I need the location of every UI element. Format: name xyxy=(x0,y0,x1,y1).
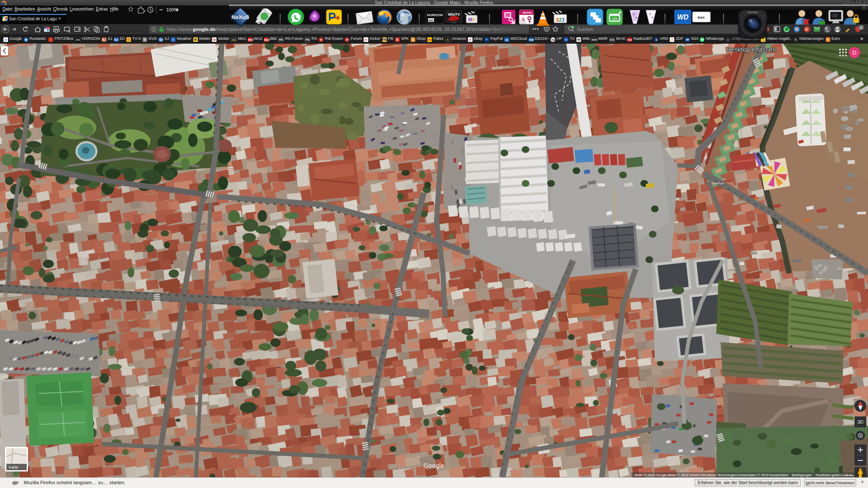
svg-text:MV: MV xyxy=(468,17,476,22)
svg-text:D: D xyxy=(852,50,856,56)
svg-text:Google: Google xyxy=(423,462,445,469)
svg-text:NeXuS: NeXuS xyxy=(231,14,249,20)
svg-text:HORIZON: HORIZON xyxy=(427,13,443,17)
svg-text:GO: GO xyxy=(429,19,434,22)
svg-text:3D: 3D xyxy=(857,419,863,424)
svg-text:Karte: Karte xyxy=(9,465,18,469)
svg-text:Desktop erfassen: Desktop erfassen xyxy=(726,46,776,53)
svg-text:100%: 100% xyxy=(166,7,178,12)
svg-text:123: 123 xyxy=(612,17,617,20)
svg-text:WinTV: WinTV xyxy=(448,12,460,17)
svg-text:access: access xyxy=(523,11,532,14)
svg-text:Carl Zeiss: Carl Zeiss xyxy=(748,11,758,14)
svg-text:Bilder © 2019 Google,Bilder ©: Bilder © 2019 Google,Bilder © 2019 GRAFC… xyxy=(634,473,768,477)
svg-text:MAX!: MAX! xyxy=(698,16,705,19)
svg-text:321: 321 xyxy=(556,17,565,23)
svg-text:Deutschland Bedingungen: Deutschland Bedingungen Feedback geben 2… xyxy=(769,473,852,477)
svg-text:WD: WD xyxy=(677,14,689,21)
svg-text:A: A xyxy=(521,16,525,22)
